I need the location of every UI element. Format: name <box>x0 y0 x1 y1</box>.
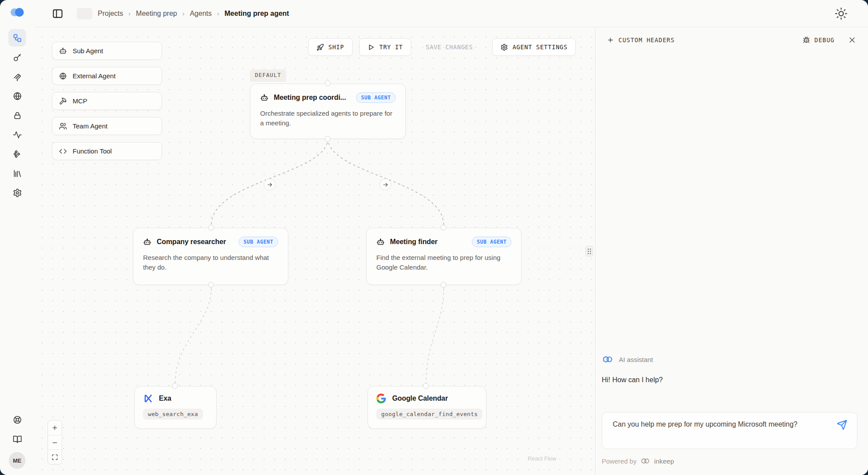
play-icon <box>368 44 375 51</box>
chat-input-text: Can you help me prep for my upcoming Mic… <box>613 420 798 428</box>
try-it-button[interactable]: TRY IT <box>359 38 412 56</box>
help-button[interactable] <box>8 411 26 428</box>
default-agent-tab: DEFAULT <box>250 69 286 82</box>
ship-button[interactable]: SHIP <box>308 38 353 56</box>
assistant-name: AI assistant <box>619 356 653 363</box>
breadcrumb-current: Meeting prep agent <box>224 10 289 18</box>
panel-header: CUSTOM HEADERS DEBUG <box>596 27 868 53</box>
bot-icon <box>143 238 151 246</box>
rail-bottom-group: ME <box>8 410 26 469</box>
node-meeting-prep-coordinator[interactable]: Meeting prep coordi... SUB AGENT Orchest… <box>250 84 406 139</box>
chat-area: AI assistant Hi! How can I help? Can you… <box>596 53 868 475</box>
inkeep-brand-icon <box>640 457 651 465</box>
top-header: Projects › Meeting prep › Agents › Meeti… <box>34 0 868 27</box>
breadcrumb-project[interactable]: Meeting prep <box>136 10 177 18</box>
grip-icon <box>588 248 591 254</box>
node-description: Research the company to understand what … <box>143 253 278 272</box>
node-description: Find the external meeting to prep for us… <box>376 253 511 272</box>
debug-button[interactable]: DEBUG <box>803 37 835 44</box>
sub-agent-badge: SUB AGENT <box>239 237 278 247</box>
node-exa-tool[interactable]: Exa web_search_exa <box>134 386 217 429</box>
user-avatar[interactable]: ME <box>9 452 26 469</box>
rail-item-external[interactable] <box>8 87 26 105</box>
node-handle[interactable] <box>441 225 446 230</box>
palette-item-mcp[interactable]: MCP <box>52 92 162 110</box>
zoom-controls <box>48 420 62 464</box>
tool-name-pill: web_search_exa <box>143 409 203 420</box>
chat-input[interactable]: Can you help me prep for my upcoming Mic… <box>602 412 857 449</box>
node-company-researcher[interactable]: Company researcher SUB AGENT Research th… <box>133 228 288 285</box>
inkeep-assistant-icon <box>602 354 614 365</box>
breadcrumb-separator: › <box>182 10 184 17</box>
node-title: Company researcher <box>157 238 226 246</box>
rail-item-credentials[interactable] <box>8 106 26 124</box>
breadcrumb-projects[interactable]: Projects <box>98 10 123 18</box>
node-google-calendar-tool[interactable]: Google Calendar google_calendar_find_eve… <box>368 386 486 429</box>
bot-icon <box>59 47 67 55</box>
save-changes-button[interactable]: SAVE CHANGES <box>417 38 481 56</box>
node-title: Exa <box>159 395 171 402</box>
edge-arrow-icon <box>264 179 276 190</box>
edge-arrow-icon <box>379 179 391 190</box>
node-handle[interactable] <box>325 136 331 142</box>
code-icon <box>59 147 67 155</box>
sidebar-toggle-icon[interactable] <box>52 8 63 19</box>
bot-icon <box>260 94 268 102</box>
users-icon <box>59 122 67 130</box>
plus-icon <box>607 37 614 44</box>
palette-item-team-agent[interactable]: Team Agent <box>52 117 162 135</box>
breadcrumb-separator: › <box>217 10 219 17</box>
breadcrumb-separator: › <box>129 10 131 17</box>
node-title: Meeting prep coordi... <box>274 94 346 102</box>
custom-headers-button[interactable]: CUSTOM HEADERS <box>607 37 675 44</box>
close-icon[interactable] <box>848 36 857 44</box>
rail-item-settings[interactable] <box>8 184 26 201</box>
rail-item-activity[interactable] <box>8 126 26 143</box>
node-title: Google Calendar <box>392 395 448 402</box>
send-icon[interactable] <box>837 420 847 430</box>
rail-item-mcp[interactable] <box>8 68 26 85</box>
assistant-header: AI assistant <box>602 354 857 365</box>
rail-item-components[interactable] <box>8 145 26 163</box>
assistant-greeting: Hi! How can I help? <box>602 376 857 384</box>
brand-name: inkeep <box>654 457 674 465</box>
node-handle[interactable] <box>325 80 331 86</box>
node-meeting-finder[interactable]: Meeting finder SUB AGENT Find the extern… <box>366 228 522 285</box>
try-it-panel: CUSTOM HEADERS DEBUG AI assistant Hi! Ho… <box>595 27 868 475</box>
globe-icon <box>59 72 67 80</box>
breadcrumb-agents[interactable]: Agents <box>190 10 212 18</box>
theme-toggle-sun-icon[interactable] <box>835 7 848 20</box>
node-handle[interactable] <box>208 225 214 230</box>
breadcrumb: Projects › Meeting prep › Agents › Meeti… <box>98 10 289 18</box>
rail-item-library[interactable] <box>8 164 26 182</box>
node-handle[interactable] <box>441 282 446 288</box>
agent-settings-button[interactable]: AGENT SETTINGS <box>492 38 576 56</box>
node-handle[interactable] <box>172 383 178 389</box>
node-handle[interactable] <box>423 383 429 389</box>
powered-by[interactable]: Powered by inkeep <box>602 457 857 465</box>
zoom-in-button[interactable] <box>48 420 62 435</box>
bot-icon <box>376 238 385 246</box>
exa-logo-icon <box>143 394 153 403</box>
icon-rail: ME <box>0 0 34 475</box>
fit-view-button[interactable] <box>48 449 62 464</box>
canvas-toolbar: SHIP TRY IT SAVE CHANGES AGENT SETTINGS <box>308 38 576 56</box>
panel-resize-handle[interactable] <box>585 246 593 256</box>
flow-canvas[interactable]: SHIP TRY IT SAVE CHANGES AGENT SETTINGS … <box>34 27 595 475</box>
node-palette: Sub Agent External Agent MCP Team Agent … <box>52 42 162 160</box>
node-description: Orchestrate specialized agents to prepar… <box>260 109 396 128</box>
gear-icon <box>500 44 508 51</box>
palette-item-sub-agent[interactable]: Sub Agent <box>52 42 162 60</box>
react-flow-attribution[interactable]: React Flow <box>528 455 556 462</box>
hammer-icon <box>59 97 67 105</box>
palette-item-function-tool[interactable]: Function Tool <box>52 142 162 160</box>
project-icon-placeholder <box>77 8 92 19</box>
docs-button[interactable] <box>8 430 26 448</box>
rail-item-graph[interactable] <box>8 29 26 47</box>
rail-item-keys[interactable] <box>8 48 26 66</box>
agent-builder-app: ME Projects › Meeting prep › Agents › Me… <box>0 0 868 475</box>
inkeep-logo <box>10 7 25 18</box>
node-handle[interactable] <box>208 282 214 288</box>
zoom-out-button[interactable] <box>48 435 62 449</box>
palette-item-external-agent[interactable]: External Agent <box>52 67 162 85</box>
